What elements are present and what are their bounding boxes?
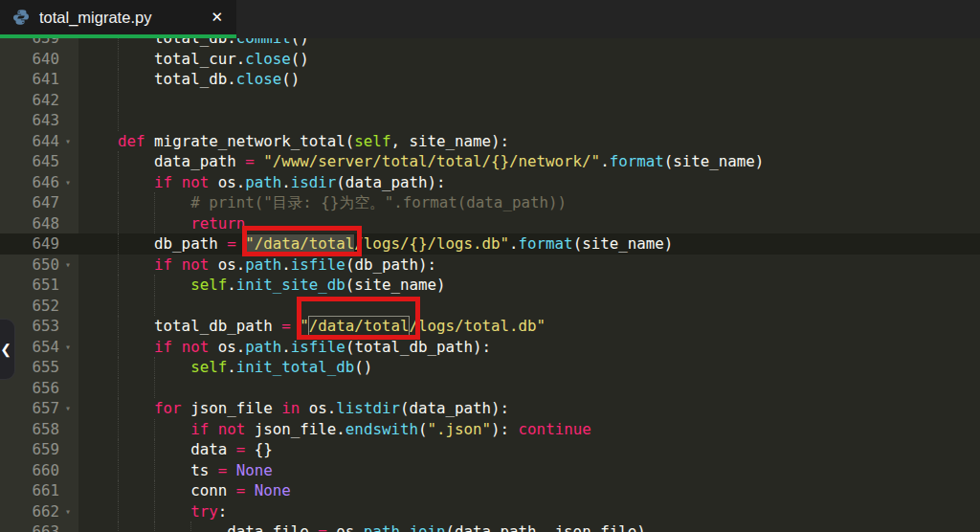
indent-guide (154, 296, 155, 317)
gutter-cell: 649 (0, 233, 78, 255)
fold-arrow-icon[interactable]: ▾ (59, 131, 77, 152)
code-line-662[interactable]: 662▾ try: (0, 501, 980, 522)
indent-guide (154, 378, 155, 399)
indent-guide (118, 296, 119, 317)
chevron-left-icon: ❮ (0, 342, 11, 357)
code-text: conn = None (81, 480, 291, 501)
code-text: ts = None (81, 460, 273, 481)
code-text: db_path = "/data/total/logs/{}/logs.db".… (81, 233, 673, 255)
fold-arrow-icon[interactable]: ▾ (59, 255, 77, 276)
gutter-cell: 662▾ (0, 501, 78, 522)
code-text: def migrate_network_total(self, site_nam… (81, 131, 509, 152)
code-text: data = {} (81, 439, 273, 460)
gutter-cell: 650▾ (0, 255, 78, 276)
fold-spacer (59, 110, 77, 131)
code-line-657[interactable]: 657▾ for json_file in os.listdir(data_pa… (0, 398, 980, 419)
fold-spacer (59, 378, 77, 399)
fold-arrow-icon[interactable]: ▾ (59, 337, 77, 358)
annotation-box (242, 226, 362, 256)
fold-spacer (59, 90, 77, 111)
gutter-cell: 642 (0, 90, 78, 111)
gutter-cell: 647 (0, 192, 78, 213)
line-number: 640 (0, 49, 59, 70)
gutter-cell: 656 (0, 378, 78, 399)
code-line-648[interactable]: 648 return (0, 213, 980, 234)
code-line-645[interactable]: 645 data_path = "/www/server/total/total… (0, 151, 980, 172)
fold-spacer (59, 233, 77, 255)
code-text: if not os.path.isfile(db_path): (81, 255, 436, 276)
code-text: data_path = "/www/server/total/total/{}/… (81, 151, 764, 172)
code-text: if not json_file.endswith(".json"): cont… (81, 419, 591, 440)
code-line-653[interactable]: 653 total_db_path = "/data/total/logs/to… (0, 316, 980, 337)
fold-spacer (59, 460, 77, 481)
fold-spacer (59, 275, 77, 296)
code-text: # print("目录: {}为空。".format(data_path)) (81, 192, 567, 213)
line-number: 648 (0, 213, 59, 234)
code-text: for json_file in os.listdir(data_path): (81, 398, 509, 419)
code-line-650[interactable]: 650▾ if not os.path.isfile(db_path): (0, 255, 980, 276)
line-number: 662 (0, 501, 59, 522)
fold-spacer (59, 296, 77, 317)
tab-bar: total_migrate.py ✕ (0, 0, 980, 38)
tab-title: total_migrate.py (39, 9, 151, 27)
fold-arrow-icon[interactable]: ▾ (59, 172, 77, 193)
gutter-cell: 648 (0, 213, 78, 234)
line-number: 650 (0, 255, 59, 276)
line-number: 642 (0, 90, 59, 111)
line-number: 641 (0, 69, 59, 90)
code-line-659[interactable]: 659 data = {} (0, 439, 980, 460)
code-line-649[interactable]: 649 db_path = "/data/total/logs/{}/logs.… (0, 233, 980, 255)
code-line-644[interactable]: 644▾ def migrate_network_total(self, sit… (0, 131, 980, 152)
code-line-640[interactable]: 640 total_cur.close() (0, 49, 980, 70)
code-line-641[interactable]: 641 total_db.close() (0, 69, 980, 90)
line-number: 657 (0, 398, 59, 419)
indent-guide (118, 378, 119, 399)
code-line-651[interactable]: 651 self.init_site_db(site_name) (0, 275, 980, 296)
line-number: 651 (0, 275, 59, 296)
fold-spacer (59, 419, 77, 440)
indent-guide (118, 110, 119, 131)
code-text: try: (81, 501, 227, 522)
fold-arrow-icon[interactable]: ▾ (59, 398, 77, 419)
code-line-642[interactable]: 642 (0, 90, 980, 111)
code-line-647[interactable]: 647 # print("目录: {}为空。".format(data_path… (0, 192, 980, 213)
line-number: 645 (0, 151, 59, 172)
code-line-661[interactable]: 661 conn = None (0, 480, 980, 501)
fold-spacer (59, 480, 77, 501)
code-text: total_db.close() (81, 69, 300, 90)
gutter-cell: 652 (0, 296, 78, 317)
code-line-646[interactable]: 646▾ if not os.path.isdir(data_path): (0, 172, 980, 193)
code-line-663[interactable]: 663 data_file = os.path.join(data_path, … (0, 521, 980, 532)
line-number: 660 (0, 460, 59, 481)
close-icon[interactable]: ✕ (211, 9, 223, 26)
panel-collapse-handle[interactable]: ❮ (0, 319, 15, 380)
gutter-cell: 658 (0, 419, 78, 440)
gutter-cell: 646▾ (0, 172, 78, 193)
code-line-655[interactable]: 655 self.init_total_db() (0, 357, 980, 378)
line-number: 647 (0, 192, 59, 213)
line-number: 644 (0, 131, 59, 152)
code-line-660[interactable]: 660 ts = None (0, 460, 980, 481)
code-area[interactable]: 639 total_db.commit()640 total_cur.close… (0, 28, 980, 532)
code-text: if not os.path.isdir(data_path): (81, 172, 446, 193)
code-text: data_file = os.path.join(data_path, json… (81, 521, 646, 532)
code-line-654[interactable]: 654▾ if not os.path.isfile(total_db_path… (0, 337, 980, 358)
fold-spacer (59, 49, 77, 70)
gutter-cell: 645 (0, 151, 78, 172)
code-line-658[interactable]: 658 if not json_file.endswith(".json"): … (0, 419, 980, 440)
line-number: 649 (0, 233, 59, 255)
code-line-652[interactable]: 652 (0, 296, 980, 317)
code-line-656[interactable]: 656 (0, 378, 980, 399)
fold-arrow-icon[interactable]: ▾ (59, 501, 77, 522)
editor-window: 639 total_db.commit()640 total_cur.close… (0, 0, 980, 532)
code-line-643[interactable]: 643 (0, 110, 980, 131)
line-number: 643 (0, 110, 59, 131)
tab-total-migrate[interactable]: total_migrate.py ✕ (0, 0, 236, 38)
fold-spacer (59, 69, 77, 90)
gutter-cell: 659 (0, 439, 78, 460)
line-number: 663 (0, 521, 59, 532)
fold-spacer (59, 316, 77, 337)
indent-guide (118, 90, 119, 111)
gutter-cell: 651 (0, 275, 78, 296)
line-number: 656 (0, 378, 59, 399)
